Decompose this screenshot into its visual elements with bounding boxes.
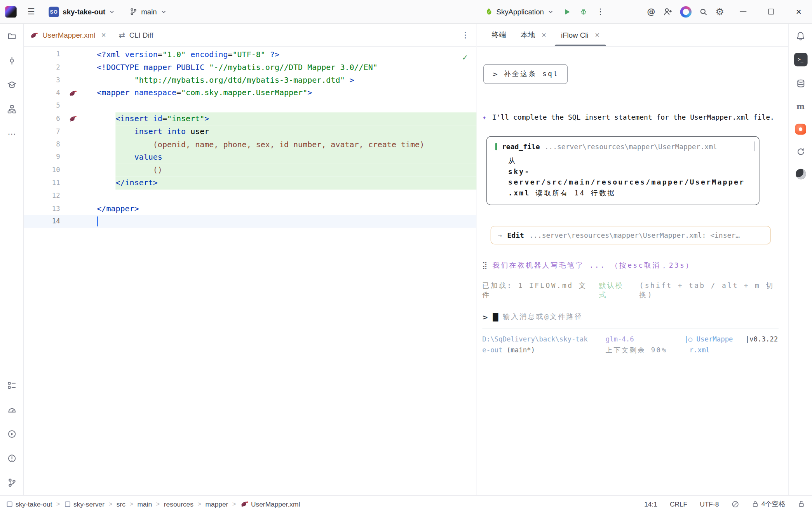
code-line-7[interactable]: 7 insert into user	[24, 125, 476, 138]
arrow-icon: →	[498, 231, 502, 239]
tool-name: read_file	[502, 143, 540, 151]
breadcrumb-item[interactable]: src	[117, 500, 125, 508]
code-line-4[interactable]: 4 <mapper namespace="com.sky.mapper.User…	[24, 87, 476, 99]
intellij-logo-icon[interactable]	[5, 6, 16, 17]
close-tab-icon[interactable]: ✕	[595, 31, 600, 39]
more-toolwindows-icon[interactable]: ⋯	[5, 127, 18, 140]
window-close-button[interactable]: ✕	[793, 5, 805, 19]
tab-local[interactable]: 本地 ✕	[521, 24, 547, 46]
editor-tab-options-icon[interactable]: ⋮	[461, 30, 469, 40]
progress-text: 我们在教机器人写毛笔字 ...	[493, 261, 606, 270]
structure-toolwindow-icon[interactable]	[5, 103, 18, 115]
problems-toolwindow-icon[interactable]	[5, 452, 18, 465]
git-toolwindow-icon[interactable]	[5, 477, 18, 489]
code-line-12[interactable]: 12	[24, 190, 476, 202]
services-toolwindow-icon[interactable]	[5, 428, 18, 440]
breadcrumb-item[interactable]: sky-take-out	[6, 500, 52, 508]
tool-success-icon	[495, 143, 497, 150]
tab-usermapper-xml[interactable]: UserMapper.xml ✕	[24, 24, 112, 46]
tab-cli-diff[interactable]: ⇄ CLI Diff	[112, 24, 159, 46]
model-status: glm-4.6 上下文剩余 90%	[606, 334, 685, 355]
edit-tool-card[interactable]: → Edit ...server\resources\mapper\UserMa…	[491, 226, 771, 244]
breadcrumb-item[interactable]: mapper	[206, 500, 228, 508]
close-tab-icon[interactable]: ✕	[101, 31, 106, 39]
code-with-me-icon[interactable]	[663, 7, 673, 16]
tab-iflow-cli[interactable]: iFlow Cli ✕	[561, 24, 600, 46]
bug-icon	[580, 8, 588, 16]
breadcrumb-item[interactable]: UserMapper.xml	[240, 500, 300, 508]
code-editor[interactable]: 1<?xml version="1.0" encoding="UTF-8" ?>…	[24, 47, 476, 495]
code-line-5[interactable]: 5	[24, 99, 476, 112]
indent-widget[interactable]: 4个空格	[751, 499, 785, 509]
close-tab-icon[interactable]: ✕	[541, 31, 546, 39]
suggestion-chip[interactable]: > 补全这条 sql	[483, 64, 568, 84]
line-number: 7	[24, 125, 60, 138]
file-encoding[interactable]: UTF-8	[700, 500, 719, 508]
assistant-text: I'll complete the SQL insert statement f…	[492, 112, 774, 122]
learn-toolwindow-icon[interactable]	[5, 79, 18, 91]
code-text: </insert>	[97, 177, 476, 190]
line-number: 6	[24, 112, 60, 125]
code-line-6[interactable]: 6 <insert id="insert">	[24, 112, 476, 125]
settings-gear-icon[interactable]: ⚙	[715, 7, 724, 16]
gutter	[60, 48, 97, 61]
terminal-tab-bar: 终端 本地 ✕ iFlow Cli ✕	[477, 24, 788, 47]
window-minimize-button[interactable]	[737, 5, 749, 19]
plugin-toolwindow-icon[interactable]	[795, 124, 806, 135]
line-number: 9	[24, 151, 60, 164]
maven-toolwindow-icon[interactable]: m	[795, 101, 807, 113]
code-line-8[interactable]: 8 (openid, name, phone, sex, id_number, …	[24, 138, 476, 151]
gutter	[60, 202, 97, 215]
cli-message-input[interactable]: > █ 输入消息或@文件路径	[482, 312, 779, 328]
run-button[interactable]	[561, 5, 573, 19]
terminal-toolwindow-icon[interactable]: >_	[794, 53, 807, 66]
breadcrumb-item[interactable]: resources	[164, 500, 193, 508]
code-line-11[interactable]: 11 </insert>	[24, 177, 476, 190]
tab-terminal[interactable]: 终端	[491, 24, 506, 46]
todo-toolwindow-icon[interactable]	[5, 379, 18, 392]
caret-position[interactable]: 14:1	[644, 500, 657, 508]
project-selector[interactable]: SO sky-take-out	[45, 5, 118, 19]
breadcrumb-item[interactable]: sky-server	[64, 500, 105, 508]
code-line-3[interactable]: 3 "http://mybatis.org/dtd/mybatis-3-mapp…	[24, 74, 476, 87]
code-line-1[interactable]: 1<?xml version="1.0" encoding="UTF-8" ?>	[24, 48, 476, 61]
chevron-down-icon	[160, 9, 167, 15]
readonly-toggle-icon[interactable]	[798, 500, 805, 508]
inspections-ok-icon[interactable]: ✓	[462, 53, 469, 62]
gutter	[60, 177, 97, 190]
debug-button[interactable]	[578, 5, 590, 19]
gutter	[60, 164, 97, 177]
code-line-14[interactable]: 14	[24, 215, 476, 228]
scrollbar-thumb[interactable]	[754, 141, 755, 151]
database-toolwindow-icon[interactable]	[795, 77, 807, 90]
main-menu-icon[interactable]: ☰	[25, 5, 37, 19]
project-badge-icon: SO	[49, 7, 59, 17]
code-line-9[interactable]: 9 values	[24, 151, 476, 164]
project-toolwindow-icon[interactable]	[5, 30, 18, 42]
code-text: <?xml version="1.0" encoding="UTF-8" ?>	[97, 48, 476, 61]
iflow-plugin-icon[interactable]	[680, 6, 692, 17]
commit-toolwindow-icon[interactable]	[5, 54, 18, 67]
branch-selector[interactable]: main	[127, 6, 170, 17]
read-file-tool-card[interactable]: read_file ...server\resources\mapper\Use…	[486, 136, 760, 205]
tab-label: 终端	[491, 30, 506, 40]
line-separator[interactable]: CRLF	[670, 500, 687, 508]
code-line-2[interactable]: 2<!DOCTYPE mapper PUBLIC "-//mybatis.org…	[24, 61, 476, 74]
prompt-icon: >	[482, 313, 488, 321]
code-line-10[interactable]: 10 ()	[24, 164, 476, 177]
breadcrumb-separator: >	[156, 500, 160, 508]
cli-version: |v0.3.22	[746, 334, 778, 355]
code-text	[97, 190, 476, 202]
more-actions-icon[interactable]: ⋮	[594, 5, 606, 19]
run-config-selector[interactable]: SkyApplication	[482, 6, 557, 17]
inspections-widget-icon[interactable]	[731, 500, 739, 508]
code-line-13[interactable]: 13</mapper>	[24, 202, 476, 215]
endpoints-toolwindow-icon[interactable]	[5, 404, 18, 416]
notifications-bell-icon[interactable]	[795, 30, 807, 42]
ai-mention-icon[interactable]: @	[647, 7, 655, 16]
assistant-toolwindow-icon[interactable]	[795, 169, 806, 179]
search-icon[interactable]	[699, 7, 707, 16]
sync-toolwindow-icon[interactable]	[795, 146, 807, 158]
breadcrumb-item[interactable]: main	[138, 500, 152, 508]
window-maximize-button[interactable]	[765, 5, 777, 19]
